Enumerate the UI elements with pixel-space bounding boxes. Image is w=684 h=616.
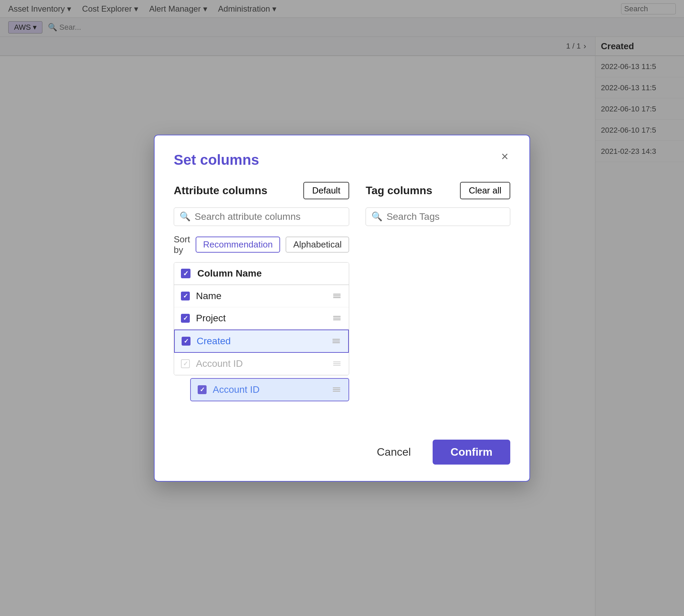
tag-search-icon: 🔍 (371, 211, 382, 222)
column-name-header: Column Name (197, 268, 262, 279)
default-button[interactable]: Default (303, 182, 349, 199)
sort-alphabetical-button[interactable]: Alphabetical (286, 237, 349, 253)
sort-row: Sort by Recommendation Alphabetical (174, 234, 349, 255)
name-drag-handle[interactable] (332, 292, 342, 299)
project-drag-handle[interactable] (332, 314, 342, 322)
header-check[interactable] (181, 269, 190, 278)
list-item-created: Created (174, 330, 349, 353)
tag-search-box: 🔍 (366, 207, 510, 226)
attr-col-title: Attribute columns (174, 184, 267, 197)
list-item-account-id: Account ID (174, 353, 349, 375)
set-columns-modal: Set columns × Attribute columns Default … (154, 135, 530, 482)
created-check[interactable] (182, 337, 190, 346)
attr-search-box: 🔍 (174, 207, 349, 226)
name-label: Name (196, 291, 332, 302)
columns-row: Attribute columns Default 🔍 Sort by Reco… (174, 182, 510, 401)
attr-search-input[interactable] (195, 211, 343, 222)
name-check[interactable] (181, 292, 190, 300)
created-label: Created (197, 336, 331, 347)
clear-all-button[interactable]: Clear all (460, 182, 510, 199)
attr-col-header-row: Attribute columns Default (174, 182, 349, 199)
close-button[interactable]: × (497, 149, 512, 164)
account-id-check[interactable] (181, 359, 190, 368)
drag-ghost-check (198, 385, 207, 394)
modal-footer: Cancel Confirm (174, 429, 510, 465)
modal-title: Set columns (174, 152, 510, 168)
project-label: Project (196, 313, 332, 324)
created-drag-handle[interactable] (331, 337, 341, 345)
list-item-project: Project (174, 307, 349, 330)
tag-col-title: Tag columns (366, 184, 432, 197)
cancel-button[interactable]: Cancel (366, 440, 422, 464)
account-id-label: Account ID (196, 358, 332, 369)
drag-ghost: Account ID (190, 378, 349, 401)
tag-search-input[interactable] (386, 211, 504, 222)
column-list: Column Name Name (174, 262, 349, 375)
tag-columns-section: Tag columns Clear all 🔍 (366, 182, 510, 401)
attr-search-icon: 🔍 (180, 211, 190, 222)
drag-ghost-handle (331, 386, 342, 393)
confirm-button[interactable]: Confirm (433, 440, 510, 465)
sort-recommendation-button[interactable]: Recommendation (196, 237, 280, 253)
account-id-drag-handle[interactable] (332, 360, 342, 367)
drag-ghost-label: Account ID (213, 384, 331, 395)
tag-col-header-row: Tag columns Clear all (366, 182, 510, 199)
attribute-columns-section: Attribute columns Default 🔍 Sort by Reco… (174, 182, 349, 401)
sort-label: Sort by (174, 234, 190, 255)
list-item-name: Name (174, 285, 349, 307)
column-list-header: Column Name (174, 263, 349, 285)
project-check[interactable] (181, 314, 190, 323)
modal-overlay: Set columns × Attribute columns Default … (0, 0, 684, 616)
